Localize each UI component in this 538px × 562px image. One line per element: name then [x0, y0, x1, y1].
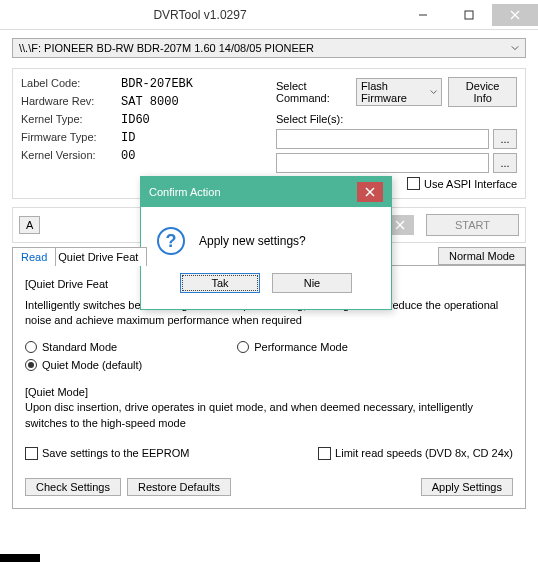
hardware-rev-label: Hardware Rev: [21, 95, 121, 109]
a-button[interactable]: A [19, 216, 40, 234]
tab-quiet-drive[interactable]: Quiet Drive Feat [56, 247, 147, 266]
label-code-value: BDR-207EBK [121, 77, 193, 91]
restore-defaults-button[interactable]: Restore Defaults [127, 478, 231, 496]
limit-read-checkbox[interactable]: Limit read speeds (DVD 8x, CD 24x) [318, 447, 513, 460]
select-command-label: Select Command: [276, 80, 350, 104]
dialog-title: Confirm Action [149, 186, 357, 198]
minimize-button[interactable] [400, 4, 446, 26]
device-info-button[interactable]: Device Info [448, 77, 517, 107]
standard-mode-radio[interactable]: Standard Mode [25, 341, 117, 353]
chevron-down-icon [430, 88, 437, 96]
select-files-label: Select File(s): [276, 113, 517, 125]
kernel-type-value: ID60 [121, 113, 150, 127]
check-settings-button[interactable]: Check Settings [25, 478, 121, 496]
start-button[interactable]: START [426, 214, 519, 236]
maximize-button[interactable] [446, 4, 492, 26]
mode-description: Upon disc insertion, drive operates in q… [25, 400, 513, 431]
confirm-dialog: Confirm Action ? Apply new settings? Tak… [140, 176, 392, 310]
file-browse-button-2[interactable]: ... [493, 153, 517, 173]
drive-path: \\.\F: PIONEER BD-RW BDR-207M 1.60 14/08… [19, 42, 314, 54]
chevron-down-icon [511, 44, 519, 52]
radio-icon [25, 359, 37, 371]
kernel-type-label: Kernel Type: [21, 113, 121, 127]
window-title: DVRTool v1.0297 [0, 8, 400, 22]
mode-title: [Quiet Mode] [25, 385, 513, 400]
window-buttons [400, 4, 538, 26]
firmware-type-value: ID [121, 131, 135, 145]
close-button[interactable] [492, 4, 538, 26]
select-command-dropdown[interactable]: Flash Firmware [356, 78, 442, 106]
tab-read[interactable]: Read [12, 247, 56, 266]
label-code-label: Label Code: [21, 77, 121, 91]
kernel-version-value: 00 [121, 149, 135, 163]
save-eeprom-checkbox[interactable]: Save settings to the EEPROM [25, 447, 189, 460]
firmware-type-label: Firmware Type: [21, 131, 121, 145]
kernel-version-label: Kernel Version: [21, 149, 121, 163]
checkbox-icon [25, 447, 38, 460]
hardware-rev-value: SAT 8000 [121, 95, 179, 109]
titlebar: DVRTool v1.0297 [0, 0, 538, 30]
dialog-close-button[interactable] [357, 182, 383, 202]
checkbox-icon [318, 447, 331, 460]
checkbox-icon [407, 177, 420, 190]
file-input-2[interactable] [276, 153, 489, 173]
dialog-yes-button[interactable]: Tak [180, 273, 260, 293]
svg-rect-1 [465, 11, 473, 19]
use-aspi-checkbox[interactable]: Use ASPI Interface [407, 177, 517, 190]
file-input-1[interactable] [276, 129, 489, 149]
performance-mode-radio[interactable]: Performance Mode [237, 341, 348, 353]
quiet-mode-radio[interactable]: Quiet Mode (default) [25, 359, 142, 371]
radio-icon [237, 341, 249, 353]
file-browse-button-1[interactable]: ... [493, 129, 517, 149]
radio-icon [25, 341, 37, 353]
dialog-no-button[interactable]: Nie [272, 273, 352, 293]
apply-settings-button[interactable]: Apply Settings [421, 478, 513, 496]
taskbar-hint [0, 554, 40, 562]
dialog-message: Apply new settings? [199, 234, 306, 248]
drive-select[interactable]: \\.\F: PIONEER BD-RW BDR-207M 1.60 14/08… [12, 38, 526, 58]
